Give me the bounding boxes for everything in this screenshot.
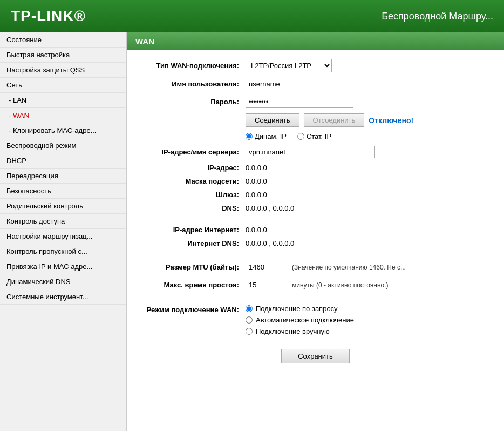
divider-3 bbox=[138, 298, 493, 298]
save-row: Сохранить bbox=[138, 341, 493, 371]
server-control bbox=[246, 146, 493, 158]
mtu-input[interactable] bbox=[246, 261, 283, 273]
wan-type-select[interactable]: L2TP/Россия L2TP PPPoE PPTP Динамический… bbox=[246, 59, 332, 72]
sidebar-item-3[interactable]: Сеть bbox=[0, 78, 126, 93]
header-title: Беспроводной Маршру... bbox=[382, 11, 493, 22]
sidebar-item-12[interactable]: Контроль доступа bbox=[0, 214, 126, 229]
dns-static: 0.0.0.0 , 0.0.0.0 bbox=[246, 204, 294, 212]
dynamic-ip-label: Динам. IP bbox=[255, 132, 287, 140]
dns-label: DNS: bbox=[138, 204, 246, 212]
gateway-row: Шлюз: 0.0.0.0 bbox=[138, 191, 493, 199]
idle-input[interactable] bbox=[246, 279, 283, 291]
internet-ip-row: IP-адрес Интернет: 0.0.0.0 bbox=[138, 226, 493, 234]
gateway-label: Шлюз: bbox=[138, 191, 246, 199]
subnet-row: Маска подсети: 0.0.0.0 bbox=[138, 177, 493, 185]
wan-mode-options: Подключение по запросу Автоматическое по… bbox=[246, 305, 493, 335]
internet-dns-value: 0.0.0.0 , 0.0.0.0 bbox=[246, 239, 493, 247]
ip-label: IP-адрес: bbox=[138, 164, 246, 172]
dns-row: DNS: 0.0.0.0 , 0.0.0.0 bbox=[138, 204, 493, 212]
manual-connect-label: Подключение вручную bbox=[256, 327, 330, 335]
sidebar-item-8[interactable]: DHCP bbox=[0, 153, 126, 169]
password-label: Пароль: bbox=[138, 98, 246, 106]
logo: TP-LINK® bbox=[11, 8, 86, 25]
server-row: IP-адрес/имя сервера: bbox=[138, 146, 493, 158]
sidebar-item-7[interactable]: Беспроводной режим bbox=[0, 138, 126, 153]
mtu-label: Размер MTU (байты): bbox=[138, 263, 246, 271]
ip-type-row: Динам. IP Стат. IP bbox=[138, 132, 493, 140]
connection-status: Отключено! bbox=[369, 116, 413, 125]
password-row: Пароль: bbox=[138, 96, 493, 108]
auto-connect-label: Автоматическое подключение bbox=[256, 316, 354, 324]
internet-dns-static: 0.0.0.0 , 0.0.0.0 bbox=[246, 239, 294, 247]
username-control bbox=[246, 78, 493, 90]
wan-type-control: L2TP/Россия L2TP PPPoE PPTP Динамический… bbox=[246, 59, 493, 72]
sidebar-item-4[interactable]: - LAN bbox=[0, 93, 126, 108]
internet-ip-label: IP-адрес Интернет: bbox=[138, 226, 246, 234]
sidebar-item-0[interactable]: Состояние bbox=[0, 32, 126, 48]
static-ip-radio[interactable] bbox=[297, 133, 304, 140]
ip-static: 0.0.0.0 bbox=[246, 164, 267, 172]
on-demand-label: Подключение по запросу bbox=[256, 305, 338, 313]
sidebar-item-17[interactable]: Системные инструмент... bbox=[0, 289, 126, 305]
gateway-value: 0.0.0.0 bbox=[246, 191, 493, 199]
main-layout: СостояниеБыстрая настройкаНастройка защи… bbox=[0, 32, 504, 431]
static-ip-label: Стат. IP bbox=[307, 132, 331, 140]
internet-ip-value: 0.0.0.0 bbox=[246, 226, 493, 234]
on-demand-radio[interactable] bbox=[246, 305, 253, 312]
sidebar-item-16[interactable]: Динамический DNS bbox=[0, 274, 126, 289]
internet-dns-row: Интернет DNS: 0.0.0.0 , 0.0.0.0 bbox=[138, 239, 493, 247]
server-input[interactable] bbox=[246, 146, 375, 158]
password-control bbox=[246, 96, 493, 108]
mtu-note: (Значение по умолчанию 1460. Не с... bbox=[292, 264, 406, 271]
idle-row: Макс. время простоя: минуты (0 - активно… bbox=[138, 279, 493, 291]
content-area: WAN Тип WAN-подключения: L2TP/Россия L2T… bbox=[127, 32, 504, 431]
sidebar-item-10[interactable]: Безопасность bbox=[0, 184, 126, 199]
connect-button[interactable]: Соединить bbox=[246, 113, 299, 127]
internet-dns-label: Интернет DNS: bbox=[138, 239, 246, 247]
sidebar-item-13[interactable]: Настройки маршрутизац... bbox=[0, 229, 126, 244]
header: TP-LINK® Беспроводной Маршру... bbox=[0, 0, 504, 32]
save-button[interactable]: Сохранить bbox=[281, 349, 350, 363]
content-body: Тип WAN-подключения: L2TP/Россия L2TP PP… bbox=[127, 50, 504, 380]
wan-mode-label: Режим подключение WAN: bbox=[138, 305, 246, 314]
sidebar-item-1[interactable]: Быстрая настройка bbox=[0, 48, 126, 63]
manual-connect-radio[interactable] bbox=[246, 328, 253, 335]
wan-type-row: Тип WAN-подключения: L2TP/Россия L2TP PP… bbox=[138, 59, 493, 72]
sidebar-item-2[interactable]: Настройка защиты QSS bbox=[0, 63, 126, 78]
subnet-value: 0.0.0.0 bbox=[246, 177, 493, 185]
idle-note: минуты (0 - активно постоянно.) bbox=[292, 281, 389, 289]
wan-type-label: Тип WAN-подключения: bbox=[138, 62, 246, 70]
wan-mode-row: Режим подключение WAN: Подключение по за… bbox=[138, 305, 493, 335]
mtu-row: Размер MTU (байты): (Значение по умолчан… bbox=[138, 261, 493, 273]
gateway-static: 0.0.0.0 bbox=[246, 191, 267, 199]
internet-ip-static: 0.0.0.0 bbox=[246, 226, 267, 234]
wan-mode-on-demand[interactable]: Подключение по запросу bbox=[246, 305, 493, 313]
username-row: Имя пользователя: bbox=[138, 78, 493, 90]
sidebar-item-14[interactable]: Контроль пропускной с... bbox=[0, 244, 126, 259]
password-input[interactable] bbox=[246, 96, 353, 108]
username-input[interactable] bbox=[246, 78, 353, 90]
sidebar-item-5[interactable]: - WAN bbox=[0, 108, 126, 123]
divider-1 bbox=[138, 219, 493, 219]
divider-2 bbox=[138, 254, 493, 254]
dynamic-ip-option[interactable]: Динам. IP bbox=[246, 132, 287, 140]
subnet-static: 0.0.0.0 bbox=[246, 177, 267, 185]
dynamic-ip-radio[interactable] bbox=[246, 133, 253, 140]
subnet-label: Маска подсети: bbox=[138, 177, 246, 185]
sidebar: СостояниеБыстрая настройкаНастройка защи… bbox=[0, 32, 127, 431]
idle-label: Макс. время простоя: bbox=[138, 281, 246, 289]
auto-connect-radio[interactable] bbox=[246, 316, 253, 324]
wan-mode-manual[interactable]: Подключение вручную bbox=[246, 327, 493, 335]
disconnect-button[interactable]: Отсоединить bbox=[304, 113, 365, 127]
ip-value: 0.0.0.0 bbox=[246, 164, 493, 172]
static-ip-option[interactable]: Стат. IP bbox=[297, 132, 331, 140]
server-label: IP-адрес/имя сервера: bbox=[138, 148, 246, 156]
idle-control: минуты (0 - активно постоянно.) bbox=[246, 279, 493, 291]
sidebar-item-6[interactable]: - Клонировать МАС-адре... bbox=[0, 123, 126, 138]
mtu-control: (Значение по умолчанию 1460. Не с... bbox=[246, 261, 493, 273]
wan-mode-auto[interactable]: Автоматическое подключение bbox=[246, 316, 493, 324]
sidebar-item-11[interactable]: Родительский контроль bbox=[0, 199, 126, 214]
username-label: Имя пользователя: bbox=[138, 80, 246, 88]
sidebar-item-9[interactable]: Переадресация bbox=[0, 169, 126, 184]
sidebar-item-15[interactable]: Привязка IP и МАС адре... bbox=[0, 259, 126, 274]
